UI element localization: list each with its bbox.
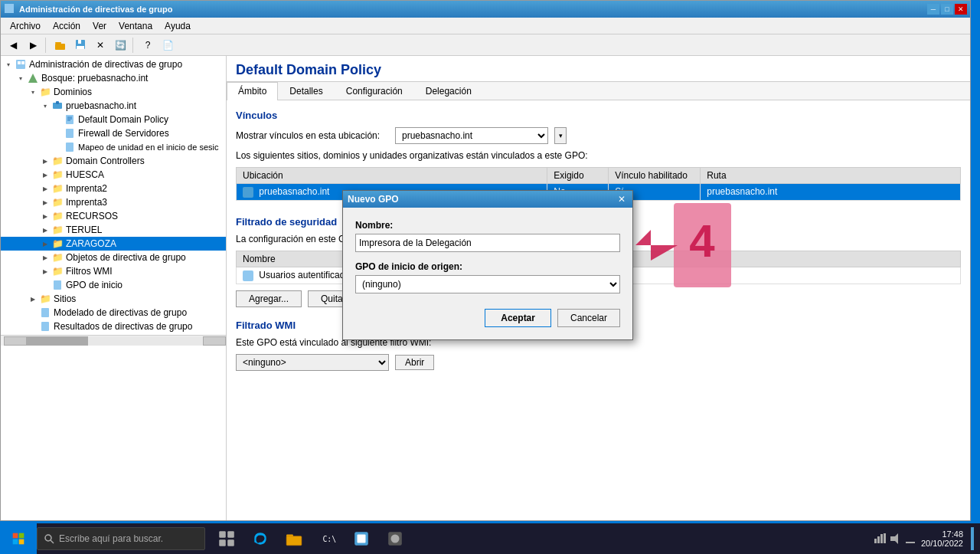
start-button[interactable] <box>0 523 37 554</box>
dialog-close-button[interactable]: ✕ <box>616 193 628 205</box>
app-icon-3[interactable] <box>380 523 410 554</box>
taskbar-search[interactable]: Escribe aquí para buscar. <box>37 527 205 550</box>
expand-teruel[interactable]: ▶ <box>39 224 51 236</box>
close-button[interactable]: ✕ <box>955 4 967 15</box>
tree-firewall[interactable]: Firewall de Servidores <box>1 126 226 140</box>
scroll-thumb[interactable] <box>27 336 88 346</box>
svg-rect-36 <box>227 539 234 546</box>
tree-recursos[interactable]: ▶ 📁 RECURSOS <box>1 209 226 223</box>
svg-rect-49 <box>884 533 886 543</box>
toolbar-forward[interactable]: ▶ <box>24 36 42 54</box>
expand-filtros[interactable]: ▶ <box>39 265 51 277</box>
dialog-accept-button[interactable]: Aceptar <box>485 309 551 327</box>
dialog-name-input[interactable] <box>355 234 620 252</box>
tree-gpo-inicio[interactable]: GPO de inicio <box>1 278 226 292</box>
taskview-button[interactable] <box>211 523 242 554</box>
expand-dc[interactable]: ▶ <box>39 155 51 167</box>
minimize-button[interactable]: ─ <box>927 4 939 15</box>
tree-forest[interactable]: ▾ Bosque: pruebasnacho.int <box>1 71 226 85</box>
sidebar-scrollbar[interactable] <box>1 335 226 346</box>
menu-ventana[interactable]: Ventana <box>113 19 158 33</box>
tab-detalles[interactable]: Detalles <box>278 82 334 100</box>
clock[interactable]: 17:48 20/10/2022 <box>921 529 963 548</box>
svg-rect-1 <box>9 4 14 8</box>
scroll-left-btn[interactable] <box>4 336 27 346</box>
dialog-cancel-button[interactable]: Cancelar <box>557 309 620 327</box>
tab-delegacion[interactable]: Delegación <box>414 82 483 100</box>
expand-root[interactable]: ▾ <box>2 58 15 70</box>
toolbar-export[interactable]: 📄 <box>158 36 177 54</box>
svg-rect-38 <box>286 536 302 546</box>
app-icon-2[interactable] <box>346 523 377 554</box>
terminal-button[interactable]: C:\ <box>312 523 343 554</box>
show-desktop-btn[interactable] <box>971 527 974 550</box>
tree-filtros[interactable]: ▶ 📁 Filtros WMI <box>1 264 226 278</box>
wmi-select[interactable]: <ninguno> <box>236 354 389 371</box>
edge-button[interactable] <box>245 523 276 554</box>
mapeo-icon <box>64 141 76 153</box>
expand-recursos[interactable]: ▶ <box>39 210 51 222</box>
expand-imprenta3[interactable]: ▶ <box>39 196 51 208</box>
tree-imprenta3[interactable]: ▶ 📁 Imprenta3 <box>1 195 226 209</box>
tree-default-policy[interactable]: Default Domain Policy <box>1 113 226 126</box>
expand-huesca[interactable]: ▶ <box>39 169 51 181</box>
tree-huesca[interactable]: ▶ 📁 HUESCA <box>1 168 226 182</box>
scroll-track[interactable] <box>27 336 203 346</box>
menu-ver[interactable]: Ver <box>87 19 113 33</box>
vinculos-dropdown-btn[interactable]: ▾ <box>554 127 567 144</box>
vinculos-select[interactable]: pruebasnacho.int <box>395 127 548 144</box>
tree-root[interactable]: ▾ Administración de directivas de grupo <box>1 57 226 71</box>
toolbar-open[interactable] <box>51 36 70 54</box>
toolbar-delete[interactable]: ✕ <box>91 36 109 54</box>
btn-add[interactable]: Agregar... <box>236 290 302 307</box>
toolbar-separator2 <box>132 38 136 53</box>
menubar: Archivo Acción Ver Ventana Ayuda <box>1 18 970 34</box>
expand-none2 <box>51 127 64 139</box>
time-display: 17:48 <box>942 529 963 539</box>
maximize-button[interactable]: □ <box>941 4 953 15</box>
tree-imprenta2[interactable]: ▶ 📁 Imprenta2 <box>1 182 226 195</box>
nuevo-gpo-dialog: Nuevo GPO ✕ Nombre: GPO de inicio de ori… <box>342 190 633 340</box>
tree-zaragoza[interactable]: ▶ 📁 ZARAGOZA <box>1 237 226 251</box>
expand-forest[interactable]: ▾ <box>15 72 27 84</box>
menu-ayuda[interactable]: Ayuda <box>158 19 197 33</box>
tree-sites[interactable]: ▶ 📁 Sitios <box>1 292 226 306</box>
col-ruta: Ruta <box>701 168 961 184</box>
tree-domain-controllers[interactable]: ▶ 📁 Domain Controllers <box>1 154 226 168</box>
tree-objetos[interactable]: ▶ 📁 Objetos de directiva de grupo <box>1 251 226 264</box>
expand-objetos[interactable]: ▶ <box>39 251 51 264</box>
filtros-label: Filtros WMI <box>66 266 113 277</box>
expand-imprenta2[interactable]: ▶ <box>39 182 51 195</box>
forest-label: Bosque: pruebasnacho.int <box>41 73 148 84</box>
menu-accion[interactable]: Acción <box>47 19 87 33</box>
tab-configuracion[interactable]: Configuración <box>335 82 414 100</box>
expand-sites[interactable]: ▶ <box>27 293 39 305</box>
expand-domain[interactable]: ▾ <box>39 100 51 112</box>
tab-ambito[interactable]: Ámbito <box>227 82 278 100</box>
svg-rect-0 <box>5 4 9 8</box>
dialog-source-select[interactable]: (ninguno) <box>355 275 620 293</box>
wmi-open-btn[interactable]: Abrir <box>395 355 434 370</box>
vinculos-form-row: Mostrar vínculos en esta ubicación: prue… <box>236 127 961 144</box>
explorer-button[interactable] <box>279 523 309 554</box>
tree-domains[interactable]: ▾ 📁 Dominios <box>1 85 226 99</box>
toolbar-help[interactable]: ? <box>139 36 157 54</box>
svg-rect-34 <box>227 531 234 538</box>
scroll-right-btn[interactable] <box>203 336 226 346</box>
svg-rect-23 <box>41 322 49 331</box>
firewall-icon <box>64 127 76 139</box>
toolbar-back[interactable]: ◀ <box>4 36 22 54</box>
tree-domain[interactable]: ▾ pruebasnacho.int <box>1 99 226 113</box>
toolbar-refresh[interactable]: 🔄 <box>111 36 129 54</box>
tree-teruel[interactable]: ▶ 📁 TERUEL <box>1 223 226 237</box>
expand-domains[interactable]: ▾ <box>27 86 39 98</box>
gpo-inicio-label: GPO de inicio <box>66 280 122 290</box>
expand-zaragoza[interactable]: ▶ <box>39 238 51 250</box>
root-label: Administración de directivas de grupo <box>29 59 182 70</box>
toolbar-save[interactable] <box>71 36 90 54</box>
tree-modeling[interactable]: Modelado de directivas de grupo <box>1 306 226 320</box>
svg-rect-43 <box>358 535 366 543</box>
menu-archivo[interactable]: Archivo <box>4 19 47 33</box>
tree-results[interactable]: Resultados de directivas de grupo <box>1 320 226 333</box>
tree-mapeo[interactable]: Mapeo de unidad en el inicio de sesic <box>1 140 226 154</box>
